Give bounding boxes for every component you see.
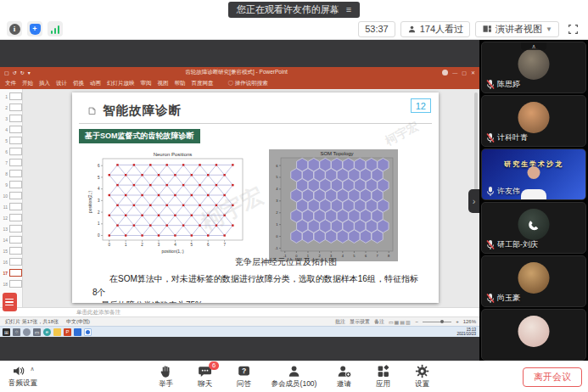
network-quality-button[interactable]	[48, 21, 63, 36]
meeting-security-button[interactable]: +	[27, 21, 42, 36]
powerpoint-icon[interactable]: P	[64, 328, 71, 336]
thumbnail-slide-16[interactable]: 16	[0, 256, 22, 267]
account-avatar[interactable]	[442, 70, 448, 76]
thumbnail-slide-7[interactable]: 7	[0, 157, 22, 168]
thumbnail-slide-5[interactable]: 5	[0, 135, 22, 146]
thumbnail-slide-17[interactable]: 17	[0, 267, 22, 278]
language-indicator[interactable]: 中文(中国)	[66, 318, 90, 326]
thumbnail-slide-13[interactable]: 13	[0, 223, 22, 234]
zoom-slider[interactable]	[423, 322, 451, 322]
comments-button[interactable]: 批注	[335, 318, 345, 326]
slide-title-icon	[87, 106, 97, 115]
phone-icon	[527, 218, 540, 232]
ribbon-tab[interactable]: 百度网盘	[192, 80, 214, 87]
ribbon-tab[interactable]: 帮助	[175, 80, 186, 87]
thumbnail-slide-9[interactable]: 9	[0, 179, 22, 190]
thumbnail-slide-18[interactable]: 18	[0, 278, 22, 289]
maximize-icon[interactable]: ▢	[462, 70, 467, 76]
thumbnail-slide-11[interactable]: 11	[0, 201, 22, 212]
powerpoint-window: ▢↺↻▾ 齿轮故障诊断研究[兼容模式] - PowerPoint — ▢ ✕ 文…	[0, 67, 479, 337]
search-icon[interactable]: ○	[13, 328, 20, 336]
meeting-toolbar-top: i + 53:37 174人看过 演讲者视图▼	[0, 19, 588, 40]
display-settings-button[interactable]: 显示设置	[350, 318, 370, 326]
participant-tile[interactable]: 研工部-刘庆	[481, 202, 586, 254]
collapse-arrow-icon[interactable]: ∧	[521, 42, 546, 50]
view-mode-selector[interactable]: 演讲者视图▼	[475, 21, 559, 37]
screen-watch-banner: 您正在观看许友伟的屏幕 ≡	[228, 2, 360, 18]
minimize-icon[interactable]: —	[452, 70, 457, 76]
fullscreen-button[interactable]	[564, 21, 581, 37]
ribbon-tab[interactable]: 幻灯片放映	[107, 80, 135, 87]
app-icon[interactable]	[74, 328, 81, 336]
thumbnail-slide-8[interactable]: 8	[0, 168, 22, 179]
ribbon-tab[interactable]: 文件	[5, 80, 16, 87]
thumbnail-slide-1[interactable]: 1	[0, 91, 22, 102]
thumbnail-slide-15[interactable]: 15	[0, 245, 22, 256]
thumbnail-slide-12[interactable]: 12	[0, 212, 22, 223]
participant-tile[interactable]: ∧ 陈思婷	[481, 42, 586, 93]
thumbnail-slide-6[interactable]: 6	[0, 146, 22, 157]
speaker-icon	[11, 364, 26, 378]
edge-icon[interactable]: e	[43, 328, 51, 336]
view-switch-icons[interactable]: ▭▦▤▥	[389, 319, 412, 325]
sidebar-collapse-handle[interactable]: ›	[468, 189, 479, 213]
task-view-icon[interactable]: ▭	[33, 328, 41, 336]
viewer-count[interactable]: 174人看过	[400, 21, 470, 37]
banner-menu-icon[interactable]: ≡	[346, 4, 351, 14]
notes-button[interactable]: 备注	[374, 318, 384, 326]
ribbon-tab[interactable]: 切换	[73, 80, 84, 87]
system-tray-clock[interactable]: 15:13 2021/10/23	[456, 328, 476, 337]
participants-button[interactable]: 参会成员(100)	[272, 364, 317, 389]
meeting-app-icon[interactable]	[84, 328, 92, 336]
participant-tile[interactable]: 研究生学术沙龙 许友伟	[481, 148, 586, 200]
start-menu-icon[interactable]: ⊞	[3, 328, 10, 336]
participant-tile[interactable]: 尚玉豪	[481, 255, 586, 307]
apps-button[interactable]: 应用	[371, 364, 395, 389]
participants-sidebar: ∧ 陈思婷 计科叶青研究生学术沙龙 许友伟 研工部-刘庆 尚玉豪	[479, 40, 588, 361]
network-quality-icon	[51, 24, 60, 34]
participant-video-head	[528, 166, 540, 179]
svg-text:6: 6	[207, 243, 210, 247]
meeting-info-button[interactable]: i	[7, 21, 22, 36]
ribbon-tab[interactable]: 审阅	[141, 80, 152, 87]
thumbnail-slide-4[interactable]: 4	[0, 124, 22, 135]
file-explorer-icon[interactable]	[53, 328, 61, 336]
ribbon-tab[interactable]: 插入	[39, 80, 50, 87]
zoom-level[interactable]: 126%	[463, 319, 476, 324]
settings-button[interactable]: 设置	[410, 364, 434, 389]
ppt-quick-access-toolbar[interactable]: ▢↺↻▾	[4, 70, 31, 76]
qa-button[interactable]: ? 问答	[232, 364, 256, 389]
svg-text:3: 3	[98, 199, 100, 203]
close-icon[interactable]: ✕	[471, 70, 475, 76]
ribbon-tab[interactable]: 设计	[56, 80, 67, 87]
ribbon-tab[interactable]: 开始	[22, 80, 33, 87]
avatar	[518, 316, 550, 347]
meeting-floating-widget[interactable]	[3, 293, 17, 311]
qa-icon: ?	[237, 364, 251, 378]
zoom-in-icon[interactable]: +	[456, 319, 459, 324]
svg-text:5: 5	[98, 176, 100, 180]
cortana-icon[interactable]	[23, 328, 31, 336]
audio-options-caret[interactable]: ∧	[30, 366, 34, 372]
slide-body-text: 在SOM算法中，对未进标签的数据进行故障分类，选取的数据样本16组，特征指标8个…	[92, 272, 422, 303]
screen-watch-text: 您正在观看许友伟的屏幕	[237, 3, 339, 16]
thumbnail-slide-14[interactable]: 14	[0, 234, 22, 245]
thumbnail-slide-2[interactable]: 2	[0, 102, 22, 113]
svg-text:1: 1	[125, 243, 127, 247]
tell-me-search[interactable]: 〇 操作说明搜索	[228, 80, 268, 87]
ribbon-tab[interactable]: 动画	[90, 80, 101, 87]
svg-text:1: 1	[98, 221, 100, 226]
ribbon-tab[interactable]: 视图	[158, 80, 169, 87]
leave-meeting-button[interactable]: 离开会议	[523, 367, 582, 387]
thumbnail-slide-3[interactable]: 3	[0, 113, 22, 124]
raise-hand-button[interactable]: 举手	[154, 364, 178, 389]
thumbnail-slide-10[interactable]: 10	[0, 190, 22, 201]
participant-tile[interactable]: 计科叶青	[481, 95, 586, 147]
participant-tile[interactable]	[481, 309, 586, 361]
audio-settings-button[interactable]: ∧ 音频设置	[8, 364, 37, 389]
invite-button[interactable]: 邀请	[332, 364, 356, 389]
chat-button[interactable]: 6 聊天	[193, 364, 217, 389]
canvas-scrollbar[interactable]	[474, 92, 478, 194]
zoom-out-icon[interactable]: −	[416, 319, 419, 324]
notes-pane[interactable]: 单击此处添加备注	[0, 307, 479, 316]
